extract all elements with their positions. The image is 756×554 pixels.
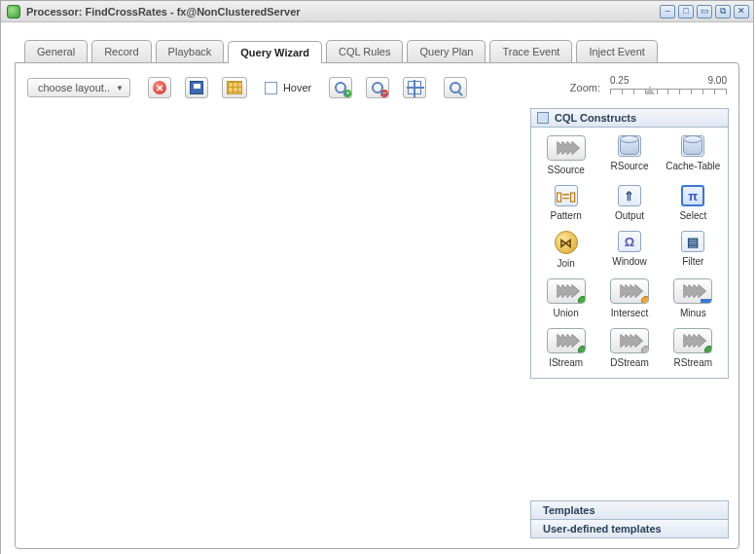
window-controls: – □ ▭ ⧉ ✕ — [660, 5, 749, 18]
zoom-out-icon: − — [372, 82, 383, 93]
construct-rstream[interactable]: RStream — [663, 328, 724, 368]
zoom-max: 9.00 — [708, 75, 727, 86]
constructs-header[interactable]: CQL Constructs — [530, 108, 729, 128]
maximize-button[interactable]: ▭ — [697, 5, 712, 18]
zoom-fit-icon — [408, 81, 421, 94]
hover-checkbox[interactable] — [265, 82, 277, 94]
tab-query-plan[interactable]: Query Plan — [407, 40, 486, 62]
palette: CQL Constructs SSourceRSourceCache-Table… — [530, 108, 729, 538]
templates-header[interactable]: Templates — [530, 500, 729, 520]
zoom-min: 0.25 — [610, 75, 629, 86]
construct-output[interactable]: ⇑Output — [598, 185, 660, 221]
construct-label: Filter — [682, 256, 703, 267]
construct-dstream[interactable]: DStream — [598, 328, 660, 368]
constructs-icon — [537, 112, 549, 124]
minimize-button[interactable]: – — [660, 5, 675, 18]
construct-label: Window — [612, 256, 647, 267]
window-title: Processor: FindCrossRates - fx@NonCluste… — [26, 6, 301, 18]
zoom-slider[interactable] — [610, 89, 727, 100]
zoom-icon — [450, 82, 461, 93]
restore-button[interactable]: □ — [678, 5, 694, 18]
construct-select[interactable]: πSelect — [663, 185, 724, 221]
zoom-in-button[interactable]: + — [329, 77, 352, 98]
construct-label: Pattern — [551, 210, 582, 221]
tab-strip: General Record Playback Query Wizard CQL… — [15, 40, 739, 62]
detach-button[interactable]: ⧉ — [715, 5, 731, 18]
hover-label: Hover — [283, 82, 311, 93]
zoom-slider-thumb[interactable] — [645, 86, 655, 94]
construct-label: Intersect — [611, 308, 648, 318]
tab-trace-event[interactable]: Trace Event — [489, 40, 572, 62]
zoom-label: Zoom: — [570, 82, 600, 93]
construct-cachetable[interactable]: Cache-Table — [663, 135, 724, 175]
construct-label: Union — [554, 308, 579, 318]
zoom-tool-button[interactable] — [444, 77, 467, 98]
close-button[interactable]: ✕ — [734, 5, 749, 18]
construct-label: RSource — [611, 161, 649, 171]
construct-label: IStream — [549, 357, 583, 368]
construct-label: DStream — [610, 357, 648, 368]
save-icon — [190, 81, 203, 94]
construct-minus[interactable]: Minus — [663, 278, 724, 318]
hover-toggle[interactable]: Hover — [265, 82, 311, 94]
tab-query-wizard[interactable]: Query Wizard — [228, 41, 322, 63]
grid-button[interactable] — [222, 77, 247, 98]
query-wizard-panel: choose layout.. ▼ ✕ Hover — [15, 62, 739, 549]
construct-filter[interactable]: ▤Filter — [663, 231, 724, 269]
tab-cql-rules[interactable]: CQL Rules — [326, 40, 403, 62]
grid-icon — [227, 81, 242, 94]
zoom-fit-button[interactable] — [403, 77, 426, 98]
save-button[interactable] — [185, 77, 208, 98]
user-templates-title: User-defined templates — [543, 523, 662, 535]
construct-rsource[interactable]: RSource — [598, 135, 660, 175]
zoom-slider-group: Zoom: 0.25 9.00 — [570, 75, 727, 100]
app-icon — [7, 5, 20, 18]
toolbar: choose layout.. ▼ ✕ Hover — [25, 73, 729, 108]
construct-intersect[interactable]: Intersect — [598, 278, 660, 318]
zoom-in-icon: + — [335, 82, 346, 93]
construct-label: Join — [557, 258, 574, 269]
titlebar: Processor: FindCrossRates - fx@NonCluste… — [1, 1, 753, 22]
construct-union[interactable]: Union — [535, 278, 596, 318]
construct-ssource[interactable]: SSource — [535, 135, 596, 175]
construct-join[interactable]: ⋈Join — [535, 231, 596, 269]
construct-label: Minus — [680, 308, 706, 318]
construct-label: Cache-Table — [666, 161, 720, 171]
clear-button[interactable]: ✕ — [148, 77, 171, 98]
construct-istream[interactable]: IStream — [535, 328, 596, 368]
user-templates-header[interactable]: User-defined templates — [530, 520, 729, 538]
processor-window: Processor: FindCrossRates - fx@NonCluste… — [0, 0, 754, 554]
zoom-out-button[interactable]: − — [366, 77, 389, 98]
stop-icon: ✕ — [153, 81, 166, 94]
tab-general[interactable]: General — [24, 40, 88, 62]
construct-label: Output — [615, 210, 644, 221]
layout-select[interactable]: choose layout.. ▼ — [27, 78, 130, 97]
tab-record[interactable]: Record — [91, 40, 151, 62]
chevron-down-icon: ▼ — [116, 84, 124, 92]
constructs-title: CQL Constructs — [555, 112, 636, 124]
construct-pattern[interactable]: ▯=▯Pattern — [535, 185, 596, 221]
tab-playback[interactable]: Playback — [156, 40, 225, 62]
construct-window[interactable]: ΩWindow — [598, 231, 660, 269]
construct-label: RStream — [674, 357, 712, 368]
constructs-grid: SSourceRSourceCache-Table▯=▯Pattern⇑Outp… — [530, 128, 729, 379]
construct-label: SSource — [547, 165, 584, 175]
tab-inject-event[interactable]: Inject Event — [576, 40, 657, 62]
construct-label: Select — [679, 210, 706, 221]
layout-select-text: choose layout.. — [38, 82, 110, 93]
templates-title: Templates — [543, 504, 595, 516]
design-canvas[interactable] — [25, 108, 530, 538]
